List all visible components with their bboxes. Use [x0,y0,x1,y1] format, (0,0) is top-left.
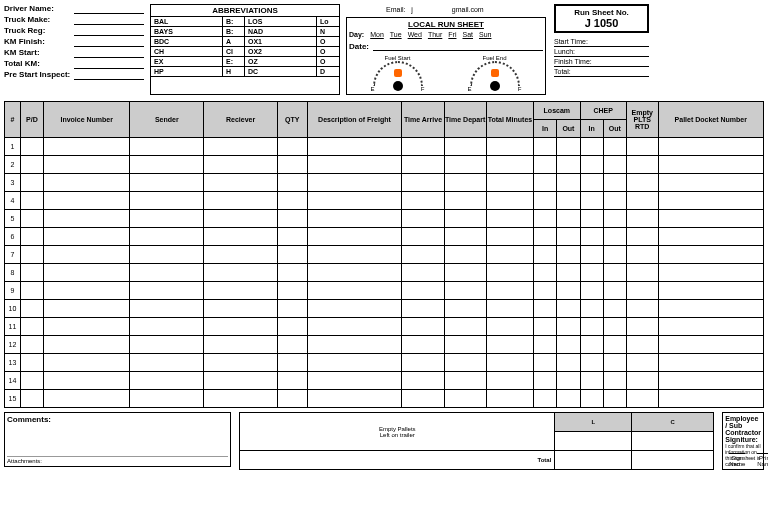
cell[interactable] [534,174,557,192]
cell[interactable] [534,210,557,228]
cell[interactable] [580,210,603,228]
cell[interactable] [44,138,130,156]
cell[interactable] [658,390,763,408]
cell[interactable] [658,336,763,354]
cell[interactable] [204,336,278,354]
cell[interactable] [130,336,204,354]
cell[interactable] [580,192,603,210]
cell[interactable] [486,318,533,336]
cell[interactable] [486,390,533,408]
cell[interactable] [534,246,557,264]
cell[interactable] [307,228,402,246]
cell[interactable] [534,318,557,336]
cell[interactable] [130,246,204,264]
cell[interactable] [20,192,43,210]
cell[interactable] [658,354,763,372]
cell[interactable] [626,372,658,390]
cell[interactable] [603,318,626,336]
cell[interactable] [307,156,402,174]
cell[interactable] [402,390,444,408]
cell[interactable] [444,138,486,156]
cell[interactable] [603,228,626,246]
cell[interactable] [20,246,43,264]
cell[interactable] [557,264,580,282]
driver-name-field[interactable] [74,4,144,14]
cell[interactable] [580,282,603,300]
cell[interactable] [44,282,130,300]
cell[interactable] [44,336,130,354]
cell[interactable] [307,210,402,228]
cell[interactable] [278,354,308,372]
cell[interactable] [534,282,557,300]
cell[interactable] [20,390,43,408]
cell[interactable] [44,318,130,336]
cell[interactable] [204,174,278,192]
cell[interactable] [204,390,278,408]
cell[interactable] [402,210,444,228]
cell[interactable] [204,372,278,390]
cell[interactable] [130,354,204,372]
cell[interactable] [278,192,308,210]
cell[interactable] [402,174,444,192]
cell[interactable] [130,264,204,282]
cell[interactable] [130,156,204,174]
cell[interactable] [402,336,444,354]
cell[interactable] [557,390,580,408]
cell[interactable] [278,282,308,300]
cell[interactable] [204,228,278,246]
cell[interactable] [557,228,580,246]
cell[interactable] [603,336,626,354]
cell[interactable] [402,156,444,174]
cell[interactable] [444,210,486,228]
cell[interactable] [444,336,486,354]
cell[interactable] [444,228,486,246]
cell[interactable] [486,264,533,282]
cell[interactable] [44,210,130,228]
cell[interactable] [204,138,278,156]
cell[interactable] [307,138,402,156]
cell[interactable] [580,228,603,246]
cell[interactable] [402,354,444,372]
cell[interactable] [278,210,308,228]
cell[interactable] [44,390,130,408]
cell[interactable] [20,264,43,282]
cell[interactable] [486,300,533,318]
cell[interactable] [204,300,278,318]
cell[interactable] [444,372,486,390]
cell[interactable] [626,264,658,282]
cell[interactable] [603,300,626,318]
cell[interactable] [44,246,130,264]
cell[interactable] [204,246,278,264]
cell[interactable] [444,246,486,264]
cell[interactable] [658,174,763,192]
cell[interactable] [130,228,204,246]
cell[interactable] [307,336,402,354]
cell[interactable] [557,138,580,156]
total-km-field[interactable] [74,59,144,69]
cell[interactable] [486,210,533,228]
truck-reg-field[interactable] [74,26,144,36]
cell[interactable] [278,228,308,246]
cell[interactable] [557,156,580,174]
cell[interactable] [557,318,580,336]
cell[interactable] [278,264,308,282]
cell[interactable] [278,300,308,318]
cell[interactable] [130,174,204,192]
cell[interactable] [44,192,130,210]
cell[interactable] [402,264,444,282]
cell[interactable] [402,318,444,336]
cell[interactable] [44,174,130,192]
cell[interactable] [20,372,43,390]
cell[interactable] [626,300,658,318]
cell[interactable] [307,354,402,372]
comments-box[interactable]: Comments: Attachments: [4,412,231,467]
cell[interactable] [307,390,402,408]
cell[interactable] [486,372,533,390]
signature-box[interactable]: Employee / Sub Contractor Signiture: I c… [722,412,764,470]
cell[interactable] [204,318,278,336]
cell[interactable] [44,354,130,372]
cell[interactable] [278,336,308,354]
cell[interactable] [603,156,626,174]
cell[interactable] [534,192,557,210]
cell[interactable] [486,192,533,210]
